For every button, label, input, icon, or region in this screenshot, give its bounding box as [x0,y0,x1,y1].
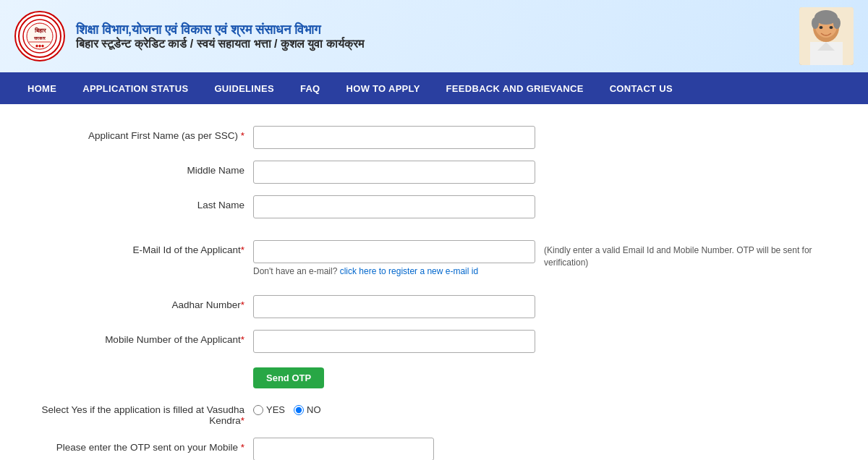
svg-text:◆◆◆: ◆◆◆ [35,43,45,48]
nav-faq[interactable]: FAQ [287,72,333,104]
last-name-input[interactable] [253,195,535,218]
header-line1: शिक्षा विभाग,योजना एवं विकास एवं श्रम सं… [76,22,364,38]
svg-point-13 [830,26,833,29]
svg-text:सरकार: सरकार [33,36,46,41]
middle-name-label: Middle Name [29,161,253,176]
nav-feedback[interactable]: FEEDBACK AND GRIEVANCE [433,72,597,104]
last-name-label: Last Name [29,195,253,210]
nav-application-status[interactable]: APPLICATION STATUS [69,72,201,104]
header-line2: बिहार स्टूडेन्ट क्रेडिट कार्ड / स्वयं सह… [76,38,364,51]
email-label: E-Mail Id of the Applicant* [29,240,253,255]
main-content: Applicant First Name (as per SSC) * Midd… [0,104,868,460]
register-email-link[interactable]: click here to register a new e-mail id [340,266,478,276]
email-input[interactable] [253,240,535,263]
header: बिहार सरकार ◆◆◆ शिक्षा विभाग,योजना एवं व… [0,0,868,72]
email-field-wrap: Don't have an e-mail? click here to regi… [253,240,535,276]
header-left: बिहार सरकार ◆◆◆ शिक्षा विभाग,योजना एवं व… [14,11,364,61]
vasudha-yes-option[interactable]: YES [253,404,285,415]
mobile-row: Mobile Number of the Applicant* [29,330,839,353]
mobile-label: Mobile Number of the Applicant* [29,330,253,345]
email-helper: Don't have an e-mail? click here to regi… [253,266,535,276]
aadhar-input[interactable] [253,295,535,318]
mobile-otp-input[interactable] [253,438,434,460]
first-name-input[interactable] [253,126,535,149]
vasudha-no-option[interactable]: NO [294,404,321,415]
nav-guidelines[interactable]: GUIDELINES [201,72,286,104]
vasudha-row: Select Yes if the application is filled … [29,400,839,426]
vasudha-label: Select Yes if the application is filled … [29,400,253,426]
vasudha-no-label: NO [307,404,321,415]
logo: बिहार सरकार ◆◆◆ [14,11,65,61]
vasudha-yes-radio[interactable] [253,405,263,415]
nav-contact-us[interactable]: CONTACT US [597,72,686,104]
send-otp-button[interactable]: Send OTP [253,367,324,388]
navbar: HOME APPLICATION STATUS GUIDELINES FAQ H… [0,72,868,104]
mobile-otp-row: Please enter the OTP sent on your Mobile… [29,438,839,460]
mobile-otp-label: Please enter the OTP sent on your Mobile… [29,438,253,453]
header-text: शिक्षा विभाग,योजना एवं विकास एवं श्रम सं… [76,22,364,51]
vasudha-yes-label: YES [266,404,285,415]
aadhar-label: Aadhar Number* [29,295,253,310]
middle-name-input[interactable] [253,161,535,184]
vasudha-no-radio[interactable] [294,405,304,415]
nav-home[interactable]: HOME [14,72,69,104]
svg-point-10 [812,17,819,29]
first-name-row: Applicant First Name (as per SSC) * [29,126,839,149]
aadhar-row: Aadhar Number* [29,295,839,318]
middle-name-row: Middle Name [29,161,839,184]
svg-point-12 [820,26,823,29]
email-hint: (Kindly enter a valid Email Id and Mobil… [544,240,819,269]
email-row: E-Mail Id of the Applicant* Don't have a… [29,240,839,276]
first-name-label: Applicant First Name (as per SSC) * [29,126,253,141]
person-photo [799,7,854,65]
send-otp-row: Send OTP [29,365,839,388]
vasudha-radio-group: YES NO [253,400,321,415]
svg-point-11 [833,17,841,29]
mobile-input[interactable] [253,330,535,353]
nav-how-to-apply[interactable]: HOW TO APPLY [333,72,433,104]
last-name-row: Last Name [29,195,839,218]
svg-text:बिहार: बिहार [34,27,46,34]
